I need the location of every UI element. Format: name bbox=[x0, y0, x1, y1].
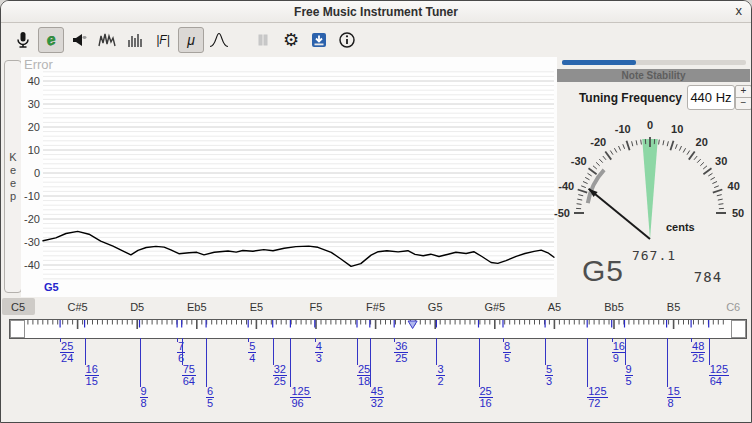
close-button[interactable]: x bbox=[736, 3, 743, 19]
svg-text:30: 30 bbox=[715, 155, 727, 167]
svg-text:-50: -50 bbox=[554, 207, 570, 219]
note-label-C6: C6 bbox=[726, 301, 740, 313]
svg-text:30: 30 bbox=[28, 98, 40, 110]
fmit-logo-icon: e bbox=[41, 30, 61, 50]
svg-text:G5: G5 bbox=[44, 281, 59, 293]
pitch-marker-triangle bbox=[408, 321, 417, 329]
svg-text:40: 40 bbox=[728, 180, 740, 192]
waveform-view-button[interactable] bbox=[94, 27, 120, 53]
note-label-E5: E5 bbox=[250, 301, 263, 313]
note-ruler-strip[interactable] bbox=[9, 319, 747, 339]
fraction-marker-line bbox=[273, 338, 274, 365]
svg-text:20: 20 bbox=[696, 136, 708, 148]
fraction-label-4-3: 43 bbox=[315, 341, 323, 364]
fraction-label-9-8: 98 bbox=[140, 386, 148, 409]
fraction-marker-line bbox=[625, 338, 626, 365]
settings-button[interactable]: ⚙ bbox=[278, 27, 304, 53]
svg-text:-20: -20 bbox=[24, 213, 40, 225]
fraction-label-48-25: 4825 bbox=[691, 341, 705, 364]
gaussian-view-button[interactable] bbox=[206, 27, 232, 53]
statistics-view-button[interactable]: μ bbox=[178, 27, 204, 53]
note-stability-panel: Note Stability Tuning Frequency 440 Hz +… bbox=[554, 57, 752, 297]
svg-text:0: 0 bbox=[647, 119, 653, 131]
fft-icon: |F| bbox=[152, 30, 174, 50]
microphone-icon bbox=[13, 30, 33, 50]
fraction-marker-line bbox=[545, 338, 546, 365]
tuning-frequency-value[interactable]: 440 Hz bbox=[687, 85, 735, 110]
svg-text:-10: -10 bbox=[615, 123, 631, 135]
svg-text:-20: -20 bbox=[590, 136, 606, 148]
note-label-C#5: C#5 bbox=[68, 301, 88, 313]
fraction-label-25-16: 2516 bbox=[479, 386, 493, 409]
note-ruler: C5C#5D5Eb5E5F5F#5G5G#5A5Bb5B5C6252416159… bbox=[1, 297, 752, 423]
playback-speaker-button[interactable] bbox=[66, 27, 92, 53]
fraction-marker-line bbox=[436, 338, 437, 365]
fraction-label-5-3: 53 bbox=[545, 364, 553, 387]
svg-text:⚙: ⚙ bbox=[283, 30, 299, 50]
svg-text:Error: Error bbox=[24, 57, 54, 72]
svg-text:μ: μ bbox=[186, 31, 195, 47]
mu-icon: μ bbox=[181, 30, 201, 50]
fraction-label-125-72: 12572 bbox=[587, 386, 607, 409]
gear-icon: ⚙ bbox=[280, 29, 302, 51]
note-stability-header: Note Stability bbox=[557, 69, 750, 82]
waveform-icon bbox=[97, 30, 117, 50]
speaker-icon bbox=[69, 30, 89, 50]
fraction-label-25-24: 2524 bbox=[60, 341, 74, 364]
stability-progress-fill bbox=[562, 60, 636, 65]
fraction-label-125-64: 12564 bbox=[709, 364, 729, 387]
fraction-label-16-15: 1615 bbox=[85, 364, 99, 387]
note-label-Eb5: Eb5 bbox=[187, 301, 207, 313]
fraction-label-3-2: 32 bbox=[436, 364, 444, 387]
svg-text:e: e bbox=[45, 30, 57, 48]
fraction-marker-line bbox=[587, 338, 588, 387]
save-icon bbox=[309, 30, 329, 50]
fraction-label-8-5: 85 bbox=[503, 341, 511, 364]
note-label-C5: C5 bbox=[11, 301, 25, 313]
titlebar: Free Music Instrument Tuner x bbox=[1, 1, 751, 23]
fraction-label-5-4: 54 bbox=[248, 341, 256, 364]
note-label-D5: D5 bbox=[130, 301, 144, 313]
harmonics-histogram-button[interactable] bbox=[122, 27, 148, 53]
error-chart-canvas: 403020100-10-20-30-40ErrorG5 bbox=[21, 57, 557, 297]
svg-text:10: 10 bbox=[671, 123, 683, 135]
note-label-Bb5: Bb5 bbox=[604, 301, 624, 313]
window-title: Free Music Instrument Tuner bbox=[294, 5, 458, 19]
fraction-marker-line bbox=[206, 338, 207, 387]
toolbar: e |F| bbox=[1, 23, 752, 56]
error-chart: 403020100-10-20-30-40ErrorG5 bbox=[21, 57, 557, 297]
fraction-marker-line bbox=[290, 338, 291, 387]
fraction-marker-line bbox=[667, 338, 668, 387]
pause-button[interactable] bbox=[250, 27, 276, 53]
note-label-F#5: F#5 bbox=[366, 301, 385, 313]
fraction-marker-line bbox=[85, 338, 86, 365]
note-label-F5: F5 bbox=[310, 301, 323, 313]
cents-gauge: -50-40-30-20-1001020304050cents bbox=[554, 109, 752, 245]
save-capture-button[interactable] bbox=[306, 27, 332, 53]
ruler-ticks bbox=[10, 320, 744, 336]
fraction-label-45-32: 4532 bbox=[370, 386, 384, 409]
note-label-G#5: G#5 bbox=[484, 301, 505, 313]
microphone-button[interactable] bbox=[10, 27, 36, 53]
svg-text:0: 0 bbox=[34, 167, 40, 179]
note-label-B5: B5 bbox=[667, 301, 680, 313]
tuning-frequency-decrement-button[interactable]: − bbox=[736, 98, 751, 109]
tuning-frequency-stepper: + − bbox=[735, 85, 752, 110]
svg-text:-10: -10 bbox=[24, 190, 40, 202]
fraction-marker-line bbox=[140, 338, 141, 387]
fraction-marker-line bbox=[370, 338, 371, 387]
about-info-button[interactable] bbox=[334, 27, 360, 53]
fourier-transform-button[interactable]: |F| bbox=[150, 27, 176, 53]
fraction-marker-line bbox=[357, 338, 358, 365]
svg-text:cents: cents bbox=[666, 221, 695, 233]
detected-note-readout: G5 bbox=[582, 254, 624, 288]
fmit-tuner-logo-button[interactable]: e bbox=[38, 27, 64, 53]
histogram-icon bbox=[125, 30, 145, 50]
keep-button[interactable]: Keep bbox=[4, 60, 22, 293]
svg-text:-40: -40 bbox=[24, 259, 40, 271]
svg-text:-30: -30 bbox=[24, 236, 40, 248]
svg-text:-40: -40 bbox=[558, 180, 574, 192]
svg-text:|F|: |F| bbox=[156, 33, 170, 47]
svg-text:40: 40 bbox=[28, 75, 40, 87]
fraction-marker-line bbox=[479, 338, 480, 387]
